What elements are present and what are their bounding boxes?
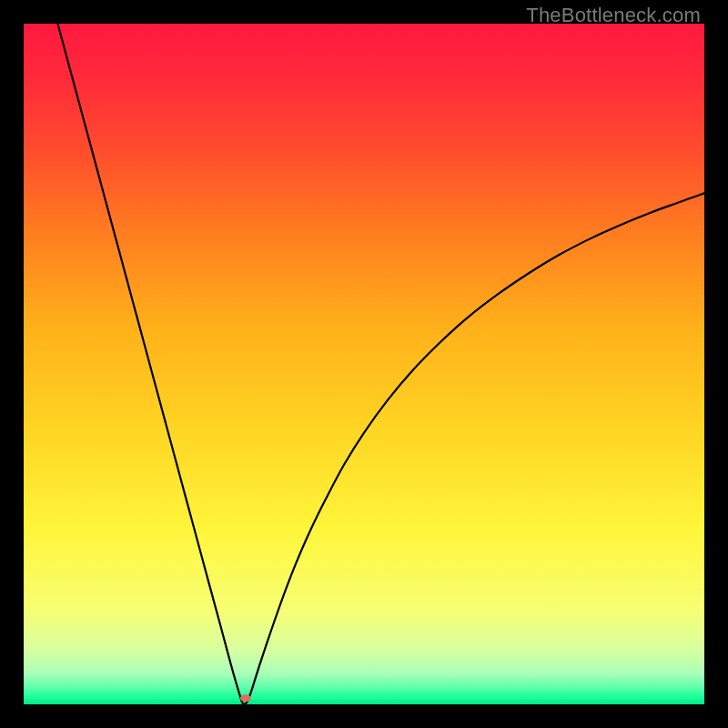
chart-canvas [24, 24, 704, 704]
minimum-marker [240, 694, 251, 702]
gradient-background [24, 24, 704, 704]
chart-frame [24, 24, 704, 704]
watermark-text: TheBottleneck.com [526, 4, 701, 27]
